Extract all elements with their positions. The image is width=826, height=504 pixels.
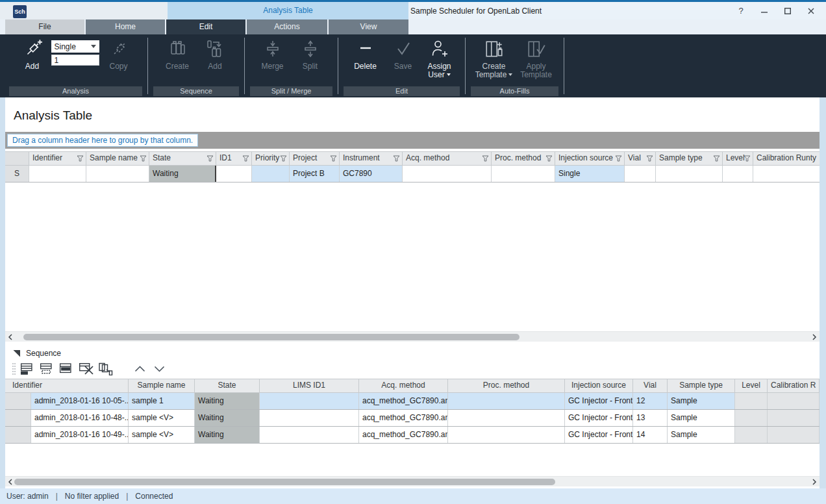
- cell-identifier[interactable]: admin_2018-01-16 10-48-...: [31, 410, 129, 426]
- cell-vial[interactable]: 13: [633, 410, 668, 426]
- cell-calibration[interactable]: [768, 427, 820, 443]
- sequence-row[interactable]: admin_2018-01-16 10-49-... sample <V> Wa…: [5, 427, 820, 444]
- tab-file[interactable]: File: [5, 19, 84, 34]
- row-indicator-cell[interactable]: [5, 427, 31, 443]
- sequence-row[interactable]: admin_2018-01-16 10-48-... sample <V> Wa…: [5, 410, 820, 427]
- analysis-count-input[interactable]: [51, 55, 99, 66]
- cell-sample-type[interactable]: Sample: [668, 410, 735, 426]
- insert-line-button[interactable]: [39, 362, 55, 376]
- filter-funnel-icon[interactable]: [77, 155, 84, 162]
- cell-proc-method[interactable]: [448, 393, 565, 409]
- cell-proc-method[interactable]: [492, 166, 555, 182]
- cell-level[interactable]: [723, 166, 753, 182]
- cell-lims-id1[interactable]: [260, 393, 359, 409]
- cell-sample-name[interactable]: sample <V>: [129, 410, 195, 426]
- cell-state[interactable]: Waiting: [195, 427, 260, 443]
- cell-vial[interactable]: 14: [633, 427, 668, 443]
- cell-calibration[interactable]: [753, 166, 820, 182]
- cell-instrument[interactable]: GC7890: [340, 166, 403, 182]
- column-header-instrument[interactable]: Instrument: [340, 152, 403, 165]
- column-header-acq-method[interactable]: Acq. method: [359, 379, 448, 392]
- analysis-mode-dropdown[interactable]: Single: [51, 40, 99, 53]
- cell-level[interactable]: [735, 393, 768, 409]
- column-header-acq-method[interactable]: Acq. method: [403, 152, 492, 165]
- cell-identifier[interactable]: admin_2018-01-16 10-05-...: [31, 393, 129, 409]
- insert-line-between-button[interactable]: [58, 362, 75, 376]
- save-button[interactable]: Save: [384, 38, 422, 87]
- delete-line-button[interactable]: [78, 362, 94, 376]
- tab-view[interactable]: View: [329, 19, 408, 34]
- cell-id1[interactable]: [216, 166, 252, 182]
- copy-analysis-button[interactable]: Copy: [102, 38, 136, 87]
- minimize-button[interactable]: [760, 6, 769, 16]
- column-header-injection-source[interactable]: Injection source: [555, 152, 625, 165]
- column-header-state[interactable]: State: [195, 379, 260, 392]
- split-button[interactable]: Split: [292, 38, 329, 87]
- tab-actions[interactable]: Actions: [247, 19, 327, 34]
- assign-user-button[interactable]: Assign User: [422, 38, 457, 87]
- cell-injection-source[interactable]: Single: [555, 166, 625, 182]
- filter-funnel-icon[interactable]: [545, 155, 553, 162]
- cell-priority[interactable]: [252, 166, 290, 182]
- filter-funnel-icon[interactable]: [280, 155, 287, 162]
- cell-acq-method[interactable]: acq_method_GC7890.amx: [359, 427, 448, 443]
- cell-injection-source[interactable]: GC Injector - Front: [565, 427, 633, 443]
- column-header-state[interactable]: State: [149, 152, 216, 165]
- column-header-sample-name[interactable]: Sample name: [86, 152, 149, 165]
- column-header-project[interactable]: Project: [290, 152, 340, 165]
- filter-funnel-icon[interactable]: [482, 155, 489, 162]
- cell-vial[interactable]: [625, 166, 656, 182]
- maximize-button[interactable]: [783, 6, 792, 16]
- filter-funnel-icon[interactable]: [206, 155, 214, 162]
- merge-button[interactable]: Merge: [254, 38, 292, 87]
- cell-identifier[interactable]: [29, 166, 86, 182]
- column-header-sample-name[interactable]: Sample name: [129, 379, 195, 392]
- column-header-proc-method[interactable]: Proc. method: [492, 152, 555, 165]
- column-header-identifier[interactable]: Identifier: [5, 379, 129, 392]
- toolbar-grip-handle[interactable]: [12, 362, 16, 375]
- scroll-left-arrow-icon[interactable]: [6, 479, 14, 485]
- cell-sample-name[interactable]: sample 1: [129, 393, 195, 409]
- column-header-sample-type[interactable]: Sample type: [656, 152, 723, 165]
- add-to-sequence-button[interactable]: Add: [196, 38, 234, 87]
- cell-sample-name[interactable]: [86, 166, 149, 182]
- column-header-injection-source[interactable]: Injection source: [565, 379, 633, 392]
- filter-funnel-icon[interactable]: [242, 155, 249, 162]
- analysis-new-row[interactable]: S Waiting Project B GC7890 Single: [5, 166, 820, 183]
- scrollbar-thumb[interactable]: [23, 334, 519, 340]
- cell-acq-method[interactable]: [403, 166, 492, 182]
- cell-sample-name[interactable]: sample <V>: [129, 427, 195, 443]
- close-button[interactable]: [807, 6, 816, 16]
- scroll-left-arrow-icon[interactable]: [6, 334, 14, 340]
- copy-to-vial-button[interactable]: [97, 362, 114, 376]
- cell-project[interactable]: Project B: [290, 166, 340, 182]
- cell-level[interactable]: [735, 427, 768, 443]
- filter-funnel-icon[interactable]: [646, 155, 653, 162]
- collapse-expander-icon[interactable]: [13, 350, 20, 357]
- cell-identifier[interactable]: admin_2018-01-16 10-49-...: [31, 427, 129, 443]
- filter-funnel-icon[interactable]: [615, 155, 622, 162]
- cell-sample-type[interactable]: Sample: [668, 393, 735, 409]
- delete-button[interactable]: Delete: [347, 38, 384, 87]
- create-sequence-button[interactable]: Create: [158, 38, 196, 87]
- filter-funnel-icon[interactable]: [713, 155, 720, 162]
- scroll-right-arrow-icon[interactable]: [810, 479, 818, 485]
- column-header-proc-method[interactable]: Proc. method: [448, 379, 565, 392]
- cell-injection-source[interactable]: GC Injector - Front: [565, 393, 633, 409]
- filter-funnel-icon[interactable]: [140, 155, 147, 162]
- filter-funnel-icon[interactable]: [744, 155, 751, 162]
- move-row-down-button[interactable]: [151, 362, 168, 376]
- column-header-lims-id1[interactable]: LIMS ID1: [260, 379, 359, 392]
- help-button[interactable]: ?: [736, 6, 745, 16]
- filter-funnel-icon[interactable]: [330, 155, 337, 162]
- column-header-level[interactable]: Level: [735, 379, 768, 392]
- column-header-vial[interactable]: Vial: [633, 379, 668, 392]
- column-header-id1[interactable]: ID1: [216, 152, 252, 165]
- create-template-button[interactable]: Create Template: [473, 38, 516, 87]
- sequence-row-selected[interactable]: admin_2018-01-16 10-05-... sample 1 Wait…: [5, 393, 820, 410]
- column-header-sample-type[interactable]: Sample type: [668, 379, 735, 392]
- move-row-up-button[interactable]: [132, 362, 148, 376]
- row-indicator-cell[interactable]: [5, 393, 31, 409]
- cell-calibration[interactable]: [768, 393, 820, 409]
- cell-state[interactable]: Waiting: [195, 393, 260, 409]
